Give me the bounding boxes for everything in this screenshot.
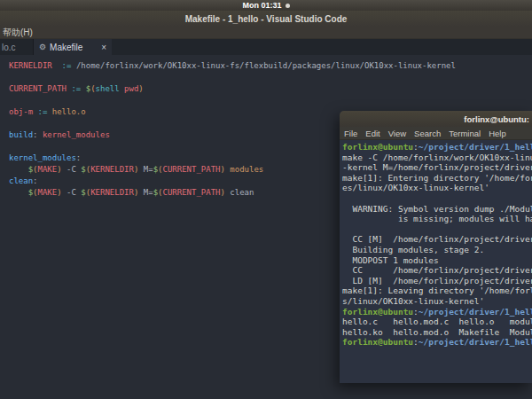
text-segment: clean [9, 176, 33, 185]
terminal-output[interactable]: forlinx@ubuntu:~/project/driver/1_hellma… [340, 140, 532, 383]
terminal-line: CC [M] /home/forlinx/project/driver [342, 234, 532, 245]
text-segment: ~/project/driver/1_hell [419, 142, 532, 152]
text-segment: := [62, 61, 76, 70]
terminal-menu-item[interactable]: Search [414, 129, 441, 138]
text-segment: clean [225, 188, 254, 197]
text-segment: kernel_modules [9, 153, 76, 162]
terminal-line: make[1]: Entering directory '/home/for [342, 173, 532, 184]
text-segment: -C [62, 165, 82, 174]
vscode-titlebar[interactable]: Makefile - 1_hello - Visual Studio Code [0, 11, 532, 27]
panel-indicator-icon[interactable] [286, 4, 290, 8]
text-segment [9, 188, 28, 197]
text-segment: es/linux/OK10xx-linux-kernel' [342, 183, 489, 192]
text-segment: KERNELDIR [9, 61, 62, 70]
tab-makefile[interactable]: ⚙ Makefile × [34, 39, 112, 55]
text-segment: obj-m [9, 107, 38, 116]
terminal-line: Building modules, stage 2. [342, 245, 532, 255]
close-icon[interactable]: × [101, 43, 106, 52]
text-segment: CURRENT_PATH [162, 165, 220, 174]
terminal-menu-item[interactable]: View [388, 129, 406, 138]
text-segment: shell [96, 84, 125, 93]
text-segment: MAKE [38, 165, 58, 174]
text-segment: LD [M] /home/forlinx/project/driver [342, 276, 532, 286]
text-segment: ~/project/driver/1_hell [419, 337, 532, 347]
terminal-menu-item[interactable]: File [344, 129, 357, 138]
text-segment: CC [M] /home/forlinx/project/driver [342, 234, 532, 244]
text-segment: forlinx@ubuntu [342, 307, 413, 317]
text-segment: hello.c hello.mod.c hello.o modul [342, 317, 532, 326]
terminal-line [342, 224, 532, 235]
text-segment: -C [62, 188, 82, 197]
vscode-menubar: 帮助(H) [0, 27, 532, 39]
text-segment: modules [225, 165, 263, 174]
terminal-line: s/linux/OK10xx-linux-kernel' [342, 296, 532, 307]
terminal-titlebar[interactable]: forlinx@ubuntu: [340, 111, 532, 127]
text-segment: pwd [124, 84, 138, 93]
text-segment: make[1]: Leaving directory '/home/forl [342, 286, 532, 295]
tab-hello-c[interactable]: lo.c [0, 39, 34, 55]
terminal-menu-item[interactable]: Terminal [449, 129, 481, 138]
vscode-tabbar: lo.c ⚙ Makefile × [0, 39, 532, 55]
terminal-line: -kernel M=/home/forlinx/project/driver [342, 162, 532, 173]
tab-hello-c-label: lo.c [2, 43, 16, 52]
panel-clock[interactable]: Mon 01:31 [242, 1, 281, 10]
text-segment: kernel_modules [43, 130, 110, 139]
code-line: CURRENT_PATH := $(shell pwd) [9, 83, 532, 95]
text-segment: hello.ko hello.mod.o Makefile Modul [342, 327, 532, 337]
text-segment: make -C /home/forlinx/work/OK10xx-linu [342, 153, 532, 162]
terminal-menu-item[interactable]: Help [489, 129, 506, 138]
vscode-window-title: Makefile - 1_hello - Visual Studio Code [185, 14, 348, 24]
code-line [9, 72, 532, 83]
terminal-line: is missing; modules will ha [342, 214, 532, 224]
makefile-file-icon: ⚙ [39, 43, 46, 51]
terminal-menu-item[interactable]: Edit [365, 129, 379, 138]
text-segment: is missing; modules will ha [342, 214, 532, 223]
text-segment: : [76, 153, 81, 162]
text-segment: M= [138, 165, 153, 174]
text-segment: := [38, 107, 52, 116]
terminal-line: forlinx@ubuntu:~/project/driver/1_hell [342, 337, 532, 348]
text-segment: CC /home/forlinx/project/driver [342, 265, 532, 275]
terminal-line: CC /home/forlinx/project/driver [342, 265, 532, 276]
terminal-line: es/linux/OK10xx-linux-kernel' [342, 183, 532, 193]
terminal-line [342, 193, 532, 204]
terminal-line: LD [M] /home/forlinx/project/driver [342, 276, 532, 286]
text-segment: forlinx@ubuntu [342, 142, 413, 152]
tab-makefile-label: Makefile [50, 43, 82, 52]
ubuntu-top-panel: Mon 01:31 [0, 0, 532, 11]
terminal-line: hello.c hello.mod.c hello.o modul [342, 317, 532, 327]
text-segment: CURRENT_PATH [9, 84, 71, 93]
text-segment: -kernel M=/home/forlinx/project/driver [342, 162, 532, 172]
text-segment: Building modules, stage 2. [342, 245, 484, 254]
text-segment: MODPOST 1 modules [342, 255, 439, 265]
text-segment: : [33, 130, 43, 139]
desktop: { "colors": { "red": "#e06c75", "cyan": … [0, 0, 532, 399]
text-segment: hello.o [52, 107, 86, 116]
code-line: KERNELDIR := /home/forlinx/work/OK10xx-l… [9, 60, 532, 72]
terminal-title: forlinx@ubuntu: [464, 114, 529, 124]
text-segment: build [9, 130, 33, 139]
terminal-menubar: FileEditViewSearchTerminalHelp [340, 127, 532, 140]
text-segment: KERNELDIR [90, 165, 134, 174]
terminal-line: MODPOST 1 modules [342, 255, 532, 266]
menu-item-help[interactable]: 帮助(H) [3, 27, 33, 39]
text-segment: forlinx@ubuntu [342, 337, 413, 347]
text-segment: M= [138, 188, 153, 197]
code-line [9, 95, 532, 106]
text-segment: : [33, 176, 37, 185]
terminal-line: WARNING: Symbol version dump ./Modul [342, 204, 532, 215]
terminal-line: make -C /home/forlinx/work/OK10xx-linu [342, 153, 532, 163]
text-segment: MAKE [38, 188, 58, 197]
text-segment: ) [138, 84, 143, 93]
terminal-line: forlinx@ubuntu:~/project/driver/1_hell [342, 307, 532, 317]
text-segment: WARNING: Symbol version dump ./Modul [342, 204, 532, 214]
text-segment: make[1]: Entering directory '/home/for [342, 173, 532, 183]
text-segment: KERNELDIR [90, 188, 134, 197]
terminal-line: forlinx@ubuntu:~/project/driver/1_hell [342, 142, 532, 153]
terminal-line: make[1]: Leaving directory '/home/forl [342, 286, 532, 296]
terminal-line: hello.ko hello.mod.o Makefile Modul [342, 327, 532, 338]
terminal-window: forlinx@ubuntu: FileEditViewSearchTermin… [340, 111, 532, 383]
text-segment: := [71, 84, 85, 93]
text-segment: s/linux/OK10xx-linux-kernel' [342, 296, 484, 306]
text-segment: ~/project/driver/1_hell [419, 307, 532, 317]
